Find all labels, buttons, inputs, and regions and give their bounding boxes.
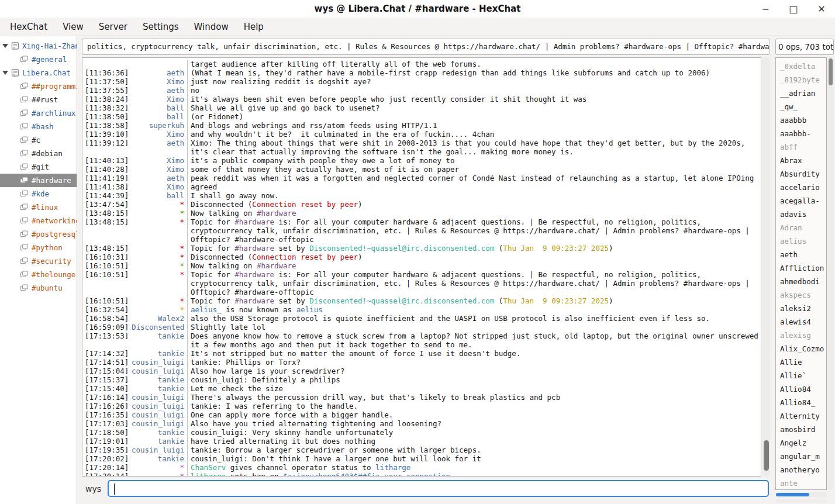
chat-message: [17:19:35]cousin_luigitankie: Borrow a l…: [84, 446, 761, 454]
channel-icon: [20, 203, 29, 211]
user-list-item[interactable]: _0xdelta: [776, 60, 826, 73]
user-list-item[interactable]: Angelz: [776, 436, 826, 450]
user-list-item[interactable]: akspecs: [776, 288, 826, 302]
chat-message: [11:39:12]aethXimo: The thing about thin…: [84, 139, 761, 156]
channel-icon: [20, 109, 29, 117]
sidebar-item-linux[interactable]: #linux: [0, 201, 77, 214]
sidebar-item-debian[interactable]: #debian: [0, 147, 77, 160]
channel-icon: [20, 150, 29, 157]
channel-icon: [20, 82, 29, 90]
menu-hexchat[interactable]: HexChat: [2, 19, 55, 35]
userlist-hscrollbar-thumb[interactable]: [776, 493, 809, 496]
user-list-item[interactable]: Absurdity: [776, 167, 826, 181]
expander-icon[interactable]: [2, 71, 8, 75]
message-input[interactable]: [108, 480, 769, 497]
timestamp: [11:40:28]: [84, 165, 132, 174]
user-list-item[interactable]: aeth: [776, 248, 826, 261]
user-list-item[interactable]: Adran: [776, 221, 826, 234]
userlist-scrollbar-thumb[interactable]: [829, 58, 833, 85]
chat-message: [11:41:38]Ximoagreed: [84, 182, 761, 191]
menu-settings[interactable]: Settings: [135, 19, 187, 35]
sidebar-item-thelounge[interactable]: #thelounge: [0, 268, 77, 281]
user-list-item[interactable]: aelius: [776, 234, 826, 248]
user-list-item[interactable]: adavis: [776, 208, 826, 221]
menu-view[interactable]: View: [55, 19, 91, 35]
message-text: Now talking on #hardware: [188, 209, 761, 218]
menu-window[interactable]: Window: [187, 19, 236, 35]
message-text: (What I mean is, they'd rather have a mo…: [188, 68, 761, 77]
sidebar-item-python[interactable]: #python: [0, 241, 77, 254]
userlist-scrollbar[interactable]: [827, 57, 834, 490]
sidebar-item-kde[interactable]: #kde: [0, 187, 77, 201]
user-list-item[interactable]: amosbird: [776, 423, 826, 436]
chat-scrollbar[interactable]: [762, 57, 770, 477]
nick: ball: [132, 112, 188, 121]
input-bar: wys: [82, 477, 770, 504]
user-list-item[interactable]: __adrian: [776, 87, 826, 100]
own-nick-label[interactable]: wys: [85, 484, 101, 493]
message-text: Topic for #hardware is: For all your com…: [188, 270, 761, 296]
timestamp: [16:10:51]: [84, 296, 132, 305]
user-list-item[interactable]: ahmedbodi: [776, 275, 826, 288]
chat-message: [16:10:31]*Disconnected (Connection rese…: [84, 253, 761, 261]
user-list-item[interactable]: alexisg: [776, 329, 826, 342]
user-list-item[interactable]: Allio84_: [776, 396, 826, 409]
user-list-item[interactable]: acegalla-: [776, 194, 826, 208]
sidebar-item-security[interactable]: #security: [0, 254, 77, 268]
sidebar-item-general[interactable]: #general: [0, 53, 77, 66]
sidebar-item-ubuntu[interactable]: #ubuntu: [0, 281, 77, 295]
sidebar-item-archlinux[interactable]: #archlinux: [0, 106, 77, 120]
user-list-item[interactable]: ante: [776, 477, 826, 490]
user-list-item[interactable]: Affliction: [776, 261, 826, 275]
nick: Ximo: [132, 165, 188, 174]
center-column: politics, cryptocurrency talk, unfair di…: [77, 36, 772, 504]
user-list-item[interactable]: Allie: [776, 355, 826, 369]
userlist-hscrollbar[interactable]: [775, 492, 827, 497]
sidebar-item-programming[interactable]: ##programming: [0, 80, 77, 93]
user-list-item[interactable]: alewis4: [776, 315, 826, 329]
expander-icon[interactable]: [2, 44, 8, 48]
chat-scrollbar-thumb[interactable]: [764, 440, 769, 471]
timestamp: [17:14:32]: [84, 349, 132, 358]
user-list-item[interactable]: Abrax: [776, 154, 826, 167]
user-list-item[interactable]: Alternity: [776, 409, 826, 423]
menu-help[interactable]: Help: [236, 19, 271, 35]
nick: aeth: [132, 86, 188, 95]
sidebar-item-git[interactable]: #git: [0, 160, 77, 174]
channel-icon: [20, 271, 29, 278]
sidebar-item-label: #ubuntu: [32, 284, 63, 292]
user-list-item[interactable]: Alix_Cozmo: [776, 342, 826, 355]
timestamp: [11:41:19]: [84, 174, 132, 182]
timestamp: [11:44:39]: [84, 191, 132, 200]
chat-message: [11:37:55]aethno: [84, 86, 761, 95]
user-list-item[interactable]: _8192byte: [776, 73, 826, 87]
user-list-item[interactable]: Allie`: [776, 369, 826, 382]
close-icon[interactable]: ✕: [816, 4, 827, 15]
user-list-item[interactable]: Allio84: [776, 382, 826, 396]
user-list-item[interactable]: anotheryo: [776, 463, 826, 477]
topic-input[interactable]: politics, cryptocurrency talk, unfair di…: [82, 39, 770, 55]
sidebar-item-rust[interactable]: ##rust: [0, 93, 77, 106]
user-list-item[interactable]: accelario: [776, 181, 826, 194]
sidebar-item-xing-hai-zhan[interactable]: Xing-Hai-Zhan: [0, 39, 77, 53]
sidebar-item-networking[interactable]: #networking: [0, 214, 77, 227]
sidebar-item-bash[interactable]: #bash: [0, 120, 77, 133]
nick: aeth: [132, 174, 188, 182]
sidebar-item-libera-chat[interactable]: Libera.Chat: [0, 66, 77, 80]
user-list-item[interactable]: aaabbb: [776, 113, 826, 127]
sidebar-item-hardware[interactable]: #hardware: [0, 174, 77, 187]
chat-message: [13:48:15]*Topic for #hardware is: For a…: [84, 218, 761, 244]
message-text: also the USB Storage protocol is quiote …: [188, 314, 761, 323]
chat-message: [16:58:54]Walex2also the USB Storage pro…: [84, 314, 761, 323]
user-list-item[interactable]: aaabbb-: [776, 127, 826, 140]
user-list-item[interactable]: angular_m: [776, 450, 826, 463]
user-list-item[interactable]: aleksi2: [776, 302, 826, 315]
chat-message: [16:10:51]*Topic for #hardware is: For a…: [84, 270, 761, 296]
user-list-item[interactable]: _qw_: [776, 100, 826, 113]
menu-server[interactable]: Server: [91, 19, 135, 35]
user-list-item[interactable]: abff: [776, 140, 826, 154]
maximize-icon[interactable]: □: [788, 4, 799, 15]
sidebar-item-c[interactable]: #c: [0, 133, 77, 147]
sidebar-item-postgresql[interactable]: #postgresql: [0, 227, 77, 241]
minimize-icon[interactable]: −: [760, 4, 771, 15]
